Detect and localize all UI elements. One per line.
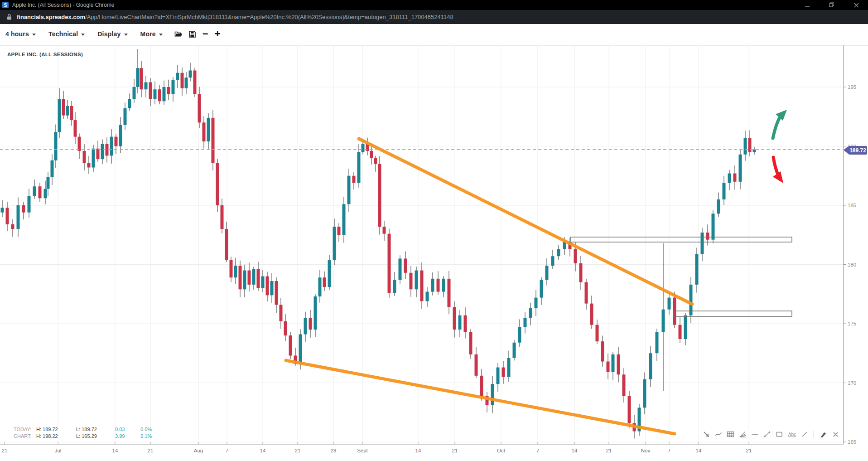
close-icon[interactable]	[852, 0, 861, 10]
trendline[interactable]	[286, 360, 675, 434]
open-folder-icon[interactable]	[174, 30, 183, 38]
today-low: L: 189.72	[76, 426, 115, 433]
last-price-badge: 189.72	[844, 146, 867, 155]
candle	[612, 352, 615, 380]
trend-line-icon[interactable]	[763, 430, 772, 439]
display-dropdown[interactable]: Display	[97, 30, 127, 38]
candle	[266, 272, 269, 301]
arrow-up-annotation[interactable]	[773, 110, 787, 138]
zoom-out-button[interactable]: −	[203, 29, 208, 39]
svg-text:Sept: Sept	[357, 448, 368, 453]
candle	[212, 110, 215, 170]
svg-text:195: 195	[848, 84, 856, 90]
candle	[535, 290, 538, 316]
timeframe-dropdown[interactable]: 4 hours	[5, 30, 36, 38]
candle	[51, 154, 54, 185]
pattern-grid-icon[interactable]	[726, 430, 735, 439]
candle	[524, 312, 527, 334]
svg-text:Aug: Aug	[194, 448, 203, 453]
candle	[728, 170, 731, 190]
minimize-button[interactable]	[803, 0, 812, 10]
rectangle-tool-icon[interactable]	[775, 430, 784, 439]
price-chart[interactable]: 21Jul1421Aug7142128Sept1421Oct71421Nov71…	[0, 44, 868, 461]
candle	[216, 159, 219, 212]
diagonal-line-icon[interactable]	[800, 430, 809, 439]
chevron-down-icon	[81, 34, 85, 36]
candle	[399, 255, 402, 284]
candle	[475, 347, 478, 378]
candle	[357, 144, 361, 188]
candle	[378, 156, 381, 235]
candle	[442, 276, 445, 297]
candle	[181, 68, 184, 96]
candle	[289, 332, 292, 359]
candle	[388, 228, 391, 298]
candle	[124, 103, 127, 130]
candle	[261, 270, 265, 292]
candle	[58, 88, 61, 138]
trendline[interactable]	[359, 139, 692, 304]
text-tool-icon[interactable]: Abc	[787, 430, 797, 439]
instrument-title: APPLE INC. (ALL SESSIONS)	[7, 52, 83, 57]
candle	[167, 80, 170, 100]
candle	[11, 219, 14, 237]
drawing-toolbar: Abc	[702, 430, 840, 439]
page-url[interactable]: financials.spreadex.com/App/Home/LiveCha…	[17, 14, 453, 20]
more-label: More	[140, 30, 156, 38]
today-change: 0.03	[115, 426, 140, 433]
svg-text:21: 21	[606, 448, 612, 453]
technical-label: Technical	[48, 30, 78, 38]
more-dropdown[interactable]: More	[140, 30, 163, 38]
candle	[6, 202, 9, 231]
price-zone[interactable]	[570, 237, 792, 242]
candle	[601, 336, 604, 367]
freehand-curve-icon[interactable]	[714, 430, 723, 439]
svg-text:14: 14	[415, 448, 421, 453]
candle	[545, 258, 549, 286]
candle	[502, 361, 505, 384]
svg-text:185: 185	[848, 203, 856, 208]
candle	[352, 172, 356, 190]
candle	[590, 296, 593, 329]
horizontal-line-icon[interactable]	[751, 430, 760, 439]
clear-drawings-icon[interactable]	[831, 430, 840, 439]
marker-pen-icon[interactable]	[819, 430, 828, 439]
window-title: Apple Inc. (All Sessions) - Google Chrom…	[12, 2, 803, 8]
candle	[557, 245, 560, 260]
candle	[207, 113, 210, 150]
save-icon[interactable]	[188, 30, 196, 38]
candle	[280, 298, 283, 329]
candle	[62, 91, 65, 119]
arrow-down-annotation[interactable]	[773, 157, 783, 183]
lock-icon[interactable]	[6, 14, 12, 20]
fan-lines-icon[interactable]	[738, 430, 747, 439]
candle	[628, 391, 631, 427]
candle	[1, 200, 4, 217]
toolbar-divider	[814, 431, 814, 438]
candle	[133, 79, 136, 103]
svg-text:165: 165	[848, 439, 856, 445]
annotations	[286, 139, 792, 434]
restore-button[interactable]	[827, 0, 836, 10]
candle	[248, 262, 251, 291]
candle	[70, 101, 73, 126]
candle	[33, 180, 36, 199]
candle	[140, 61, 143, 97]
candle	[96, 141, 100, 162]
candle	[668, 292, 671, 315]
candle	[540, 277, 543, 305]
candle	[243, 265, 246, 297]
technical-dropdown[interactable]: Technical	[48, 30, 85, 38]
candle	[66, 100, 69, 119]
select-arrow-icon[interactable]	[702, 430, 711, 439]
candle	[230, 257, 233, 282]
candle	[252, 267, 256, 290]
chart-low: L: 165.29	[76, 433, 115, 440]
candle	[74, 112, 77, 144]
candle	[393, 272, 396, 296]
candle	[579, 256, 583, 290]
candle	[622, 368, 626, 403]
svg-text:180: 180	[848, 262, 856, 267]
zoom-in-button[interactable]: +	[215, 29, 221, 39]
candle	[695, 247, 699, 292]
